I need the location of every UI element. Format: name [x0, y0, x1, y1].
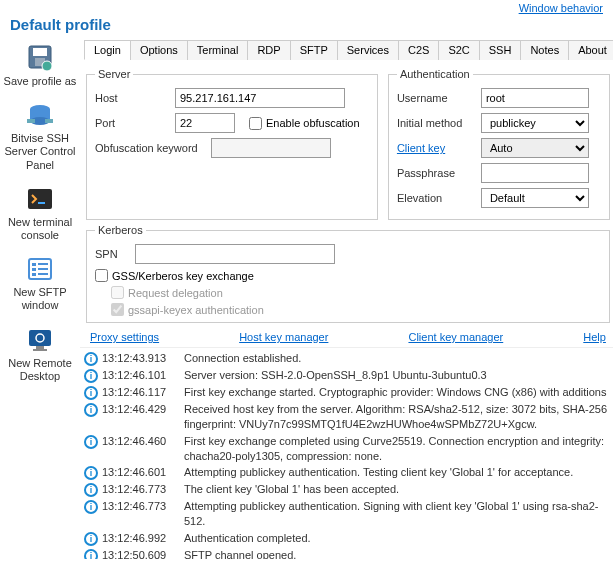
tab-sftp[interactable]: SFTP — [290, 40, 338, 60]
log-panel[interactable]: i13:12:43.913Connection established.i13:… — [80, 347, 613, 559]
server-legend: Server — [95, 68, 133, 80]
port-input[interactable] — [175, 113, 235, 133]
client-key-link[interactable]: Client key — [397, 142, 475, 154]
sidebar-label: New Remote Desktop — [0, 357, 80, 383]
spn-label: SPN — [95, 248, 129, 260]
log-message: Connection established. — [184, 351, 612, 366]
gssapi-keyex-checkbox — [111, 303, 124, 316]
log-row: i13:12:50.609SFTP channel opened. — [80, 547, 613, 559]
tab-login[interactable]: Login — [84, 40, 131, 60]
server-icon — [23, 100, 57, 130]
log-time: 13:12:46.773 — [102, 482, 180, 497]
sidebar-sftp-button[interactable]: New SFTP window — [0, 254, 80, 312]
log-row: i13:12:46.992Authentication completed. — [80, 530, 613, 547]
host-key-manager-link[interactable]: Host key manager — [239, 331, 328, 343]
log-time: 13:12:46.773 — [102, 499, 180, 514]
proxy-settings-link[interactable]: Proxy settings — [90, 331, 159, 343]
log-time: 13:12:46.992 — [102, 531, 180, 546]
tab-s2c[interactable]: S2C — [438, 40, 479, 60]
info-icon: i — [84, 549, 98, 559]
info-icon: i — [84, 466, 98, 480]
log-row: i13:12:46.429Received host key from the … — [80, 401, 613, 433]
tab-rdp[interactable]: RDP — [247, 40, 290, 60]
tab-options[interactable]: Options — [130, 40, 188, 60]
request-delegation-checkbox — [111, 286, 124, 299]
svg-rect-19 — [33, 349, 47, 351]
authentication-group: Authentication Username Initial method p… — [388, 68, 610, 220]
svg-rect-15 — [32, 273, 36, 276]
svg-rect-8 — [45, 119, 53, 123]
sidebar-label: New terminal console — [0, 216, 80, 242]
host-input[interactable] — [175, 88, 345, 108]
sidebar-save-button[interactable]: Save profile as — [0, 43, 80, 88]
log-time: 13:12:46.429 — [102, 402, 180, 417]
tab-ssh[interactable]: SSH — [479, 40, 522, 60]
host-label: Host — [95, 92, 169, 104]
passphrase-input[interactable] — [481, 163, 589, 183]
info-icon: i — [84, 352, 98, 366]
tab-terminal[interactable]: Terminal — [187, 40, 249, 60]
server-group: Server Host Port Enable obfuscation Obfu… — [86, 68, 378, 220]
client-key-select[interactable]: Auto — [481, 138, 589, 158]
log-time: 13:12:46.117 — [102, 385, 180, 400]
client-key-manager-link[interactable]: Client key manager — [408, 331, 503, 343]
info-icon: i — [84, 500, 98, 514]
svg-rect-16 — [38, 273, 48, 275]
log-message: Server version: SSH-2.0-OpenSSH_8.9p1 Ub… — [184, 368, 612, 383]
tab-c2s[interactable]: C2S — [398, 40, 439, 60]
terminal-icon — [23, 184, 57, 214]
log-row: i13:12:46.101Server version: SSH-2.0-Ope… — [80, 367, 613, 384]
tab-about[interactable]: About — [568, 40, 613, 60]
svg-rect-14 — [38, 268, 48, 270]
log-time: 13:12:46.460 — [102, 434, 180, 449]
elevation-select[interactable]: Default — [481, 188, 589, 208]
svg-rect-9 — [28, 189, 52, 209]
initial-method-select[interactable]: publickey — [481, 113, 589, 133]
log-row: i13:12:46.601Attempting publickey authen… — [80, 464, 613, 481]
enable-obfuscation-checkbox[interactable] — [249, 117, 262, 130]
sidebar-remote-button[interactable]: New Remote Desktop — [0, 325, 80, 383]
svg-rect-13 — [32, 268, 36, 271]
svg-rect-18 — [36, 346, 44, 349]
sidebar-label: New SFTP window — [0, 286, 80, 312]
svg-rect-17 — [29, 330, 51, 346]
sidebar-terminal-button[interactable]: New terminal console — [0, 184, 80, 242]
log-time: 13:12:43.913 — [102, 351, 180, 366]
help-link[interactable]: Help — [583, 331, 606, 343]
username-label: Username — [397, 92, 475, 104]
info-icon: i — [84, 532, 98, 546]
log-row: i13:12:46.773The client key 'Global 1' h… — [80, 481, 613, 498]
kerberos-group: Kerberos SPN GSS/Kerberos key exchange R… — [86, 224, 610, 323]
sidebar: Save profile asBitvise SSH Server Contro… — [0, 39, 80, 559]
elevation-label: Elevation — [397, 192, 475, 204]
info-icon: i — [84, 403, 98, 417]
log-message: Attempting publickey authentication. Sig… — [184, 499, 612, 529]
sidebar-label: Save profile as — [4, 75, 77, 88]
passphrase-label: Passphrase — [397, 167, 475, 179]
port-label: Port — [95, 117, 169, 129]
log-message: First key exchange completed using Curve… — [184, 434, 612, 464]
obf-keyword-label: Obfuscation keyword — [95, 142, 205, 154]
username-input[interactable] — [481, 88, 589, 108]
tab-notes[interactable]: Notes — [520, 40, 569, 60]
log-time: 13:12:46.101 — [102, 368, 180, 383]
svg-rect-11 — [32, 263, 36, 266]
gss-label: GSS/Kerberos key exchange — [112, 270, 254, 282]
svg-rect-7 — [27, 119, 35, 123]
gss-checkbox[interactable] — [95, 269, 108, 282]
spn-input[interactable] — [135, 244, 335, 264]
page-title: Default profile — [0, 14, 613, 39]
svg-rect-12 — [38, 263, 48, 265]
initial-method-label: Initial method — [397, 117, 475, 129]
window-behavior-link[interactable]: Window behavior — [519, 2, 603, 14]
log-row: i13:12:46.773Attempting publickey authen… — [80, 498, 613, 530]
log-message: The client key 'Global 1' has been accep… — [184, 482, 612, 497]
info-icon: i — [84, 435, 98, 449]
obf-keyword-input — [211, 138, 331, 158]
sidebar-server-button[interactable]: Bitvise SSH Server Control Panel — [0, 100, 80, 172]
log-time: 13:12:46.601 — [102, 465, 180, 480]
enable-obfuscation-label: Enable obfuscation — [266, 117, 360, 129]
request-delegation-label: Request delegation — [128, 287, 223, 299]
tab-services[interactable]: Services — [337, 40, 399, 60]
log-time: 13:12:50.609 — [102, 548, 180, 559]
